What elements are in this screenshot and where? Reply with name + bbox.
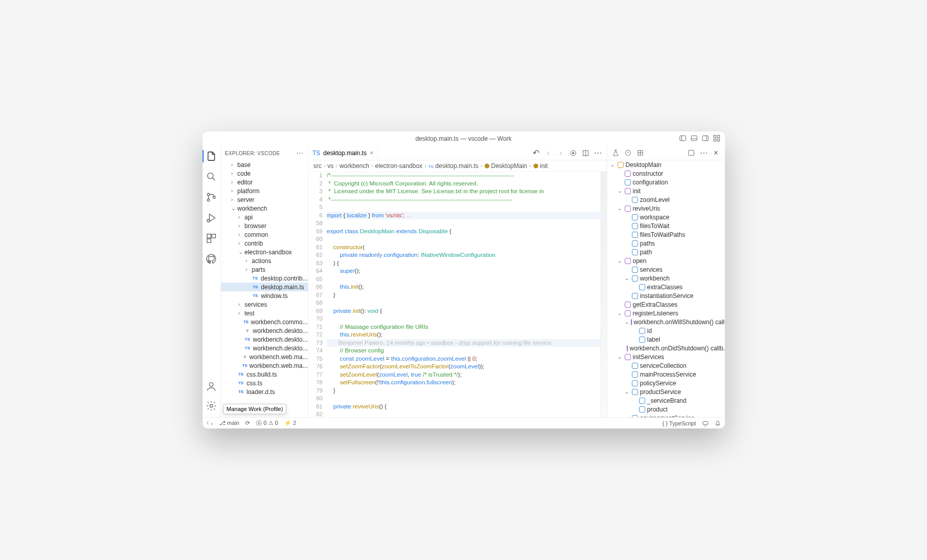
language-mode[interactable]: { } TypeScript	[662, 420, 696, 426]
tree-item[interactable]: TSworkbench.deskto...	[221, 344, 308, 352]
source-control-icon[interactable]	[205, 191, 217, 203]
account-icon[interactable]	[205, 380, 217, 393]
breadcrumb-segment[interactable]: electron-sandbox	[375, 162, 423, 170]
outline-item[interactable]: filesToWaitPaths	[607, 230, 725, 239]
tree-item[interactable]: ›contrib	[221, 239, 308, 248]
minimap[interactable]	[601, 172, 607, 417]
outline-tree[interactable]: ⌄DesktopMainconstructorconfiguration⌄ini…	[607, 160, 725, 417]
tab-desktop-main[interactable]: TS desktop.main.ts ×	[308, 146, 378, 160]
tree-item[interactable]: #workbench.web.ma...	[221, 352, 308, 361]
outline-item[interactable]: path	[607, 248, 725, 256]
github-icon[interactable]	[205, 253, 217, 265]
outline-item[interactable]: services	[607, 265, 725, 274]
outline-item[interactable]: constructor	[607, 169, 725, 178]
outline-close-icon[interactable]: ×	[713, 150, 720, 157]
sync-icon[interactable]: ⟳	[245, 420, 250, 426]
outline-item[interactable]: filesToWait	[607, 221, 725, 230]
outline-history-icon[interactable]	[625, 150, 632, 157]
breadcrumb-segment[interactable]: TS desktop.main.ts	[428, 162, 479, 170]
run-icon[interactable]	[570, 150, 577, 157]
breadcrumb-segment[interactable]: workbench	[339, 162, 369, 170]
panel-bottom-icon[interactable]	[690, 134, 698, 142]
tree-item[interactable]: ›parts	[221, 265, 308, 274]
breadcrumb-segment[interactable]: ⬢ init	[533, 162, 548, 170]
notifications-icon[interactable]	[715, 420, 721, 426]
outline-flask-icon[interactable]	[612, 150, 620, 157]
outline-item[interactable]: paths	[607, 239, 725, 248]
tree-item[interactable]: TSdesktop.contrib...	[221, 274, 308, 283]
nav-next-icon[interactable]: ›	[557, 150, 565, 157]
tree-item[interactable]: ›platform	[221, 186, 308, 195]
nav-prev-icon[interactable]: ‹	[545, 150, 552, 157]
breadcrumb-segment[interactable]: ⬢ DesktopMain	[484, 162, 527, 170]
split-editor-icon[interactable]	[582, 150, 589, 157]
go-back-icon[interactable]: ↶	[533, 150, 540, 157]
tree-item[interactable]: ⌄electron-sandbox	[221, 248, 308, 256]
tree-item[interactable]: ›editor	[221, 178, 308, 186]
explorer-icon[interactable]	[205, 150, 217, 162]
file-tree[interactable]: ›base›code›editor›platform›server⌄workbe…	[221, 160, 308, 417]
breadcrumbs[interactable]: src›vs›workbench›electron-sandbox›TS des…	[308, 160, 607, 172]
outline-item[interactable]: workspace	[607, 213, 725, 221]
source-content[interactable]: /*--------------------------------------…	[327, 172, 607, 417]
outline-item[interactable]: serviceCollection	[607, 361, 725, 370]
extensions-icon[interactable]	[205, 232, 217, 245]
outline-item[interactable]: zoomLevel	[607, 195, 725, 204]
tree-item[interactable]: TSdesktop.main.ts	[221, 283, 308, 291]
debug-icon[interactable]	[205, 212, 217, 224]
branch-indicator[interactable]: ⎇ main	[219, 420, 240, 426]
outline-item[interactable]: extraClasses	[607, 283, 725, 291]
settings-gear-icon[interactable]	[205, 400, 217, 412]
tree-item[interactable]: ›code	[221, 169, 308, 178]
outline-item[interactable]: product	[607, 405, 725, 414]
tree-item[interactable]: TSworkbench.commo...	[221, 318, 308, 326]
layout-grid-icon[interactable]	[713, 134, 721, 142]
outline-item[interactable]: configuration	[607, 178, 725, 186]
tree-item[interactable]: ›test	[221, 309, 308, 318]
tree-item[interactable]: TSloader.d.ts	[221, 387, 308, 396]
problems-indicator[interactable]: ⓧ 0 ⚠ 0	[256, 419, 278, 427]
tree-item[interactable]: TSworkbench.web.ma...	[221, 361, 308, 370]
close-tab-icon[interactable]: ×	[370, 149, 374, 157]
tree-item[interactable]: TScss.build.ts	[221, 370, 308, 379]
panel-left-icon[interactable]	[679, 134, 687, 142]
outline-item[interactable]: workbench.onDidShutdown() callb...	[607, 344, 725, 352]
panel-right-icon[interactable]	[701, 134, 710, 142]
outline-more-icon[interactable]: ⋯	[700, 150, 707, 157]
outline-item[interactable]: id	[607, 326, 725, 335]
tree-item[interactable]: ›services	[221, 300, 308, 309]
outline-collapse-icon[interactable]	[637, 150, 644, 157]
tree-item[interactable]: ⌄workbench	[221, 204, 308, 213]
sidebar-more-icon[interactable]: ⋯	[296, 149, 303, 157]
tree-item[interactable]: ›server	[221, 195, 308, 204]
search-icon[interactable]	[205, 171, 217, 183]
ports-indicator[interactable]: ⚡ 2	[284, 420, 296, 426]
outline-item[interactable]: ⌄open	[607, 256, 725, 265]
tree-item[interactable]: #workbench.deskto...	[221, 326, 308, 335]
breadcrumb-segment[interactable]: src	[314, 162, 322, 170]
outline-item[interactable]: _serviceBrand	[607, 396, 725, 405]
tree-item[interactable]: ›browser	[221, 221, 308, 230]
outline-item[interactable]: environmentService	[607, 414, 725, 417]
tree-item[interactable]: ›base	[221, 160, 308, 169]
breadcrumb-segment[interactable]: vs	[328, 162, 334, 170]
outline-item[interactable]: ⌄registerListeners	[607, 309, 725, 318]
tree-item[interactable]: TScss.ts	[221, 379, 308, 387]
outline-item[interactable]: ⌄workbench	[607, 274, 725, 283]
tree-item[interactable]: TSwindow.ts	[221, 291, 308, 300]
remote-indicator-icon[interactable]	[207, 420, 213, 426]
outline-item[interactable]: ⌄reviveUris	[607, 204, 725, 213]
tree-item[interactable]: ›actions	[221, 256, 308, 265]
tree-item[interactable]: ›api	[221, 213, 308, 221]
outline-item[interactable]: instantiationService	[607, 291, 725, 300]
editor-more-icon[interactable]: ⋯	[594, 150, 602, 157]
outline-item[interactable]: mainProcessService	[607, 370, 725, 379]
outline-item[interactable]: ⌄DesktopMain	[607, 160, 725, 169]
outline-layout-icon[interactable]	[688, 150, 695, 157]
code-editor[interactable]: 1234565859606162636465666768697071727374…	[308, 172, 607, 417]
outline-item[interactable]: ⌄initServices	[607, 352, 725, 361]
outline-item[interactable]: getExtraClasses	[607, 300, 725, 309]
outline-item[interactable]: ⌄init	[607, 186, 725, 195]
feedback-icon[interactable]	[702, 420, 708, 426]
tree-item[interactable]: ›common	[221, 230, 308, 239]
